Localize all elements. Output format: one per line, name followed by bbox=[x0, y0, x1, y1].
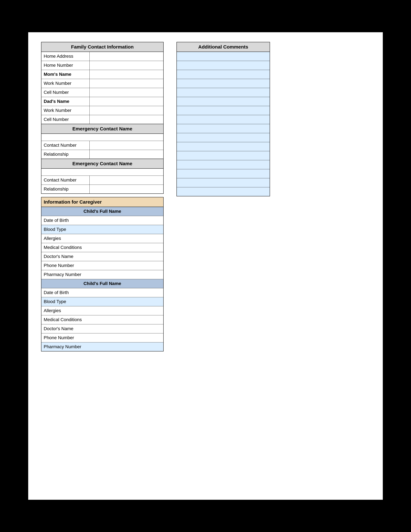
comment-row-6[interactable] bbox=[177, 97, 270, 106]
comment-row-16[interactable] bbox=[177, 187, 270, 196]
comment-row-14[interactable] bbox=[177, 169, 270, 178]
relationship-label-2: Relationship bbox=[41, 185, 90, 194]
child2-name-label: Child's Full Name bbox=[41, 279, 163, 288]
table-row: Allergies bbox=[41, 306, 163, 315]
comment-row-15[interactable] bbox=[177, 178, 270, 187]
caregiver-table: Information for Caregiver Child's Full N… bbox=[41, 197, 164, 352]
moms-name-label: Mom's Name bbox=[41, 70, 90, 79]
child1-name-label: Child's Full Name bbox=[41, 207, 163, 216]
family-contact-header: Family Contact Information bbox=[41, 42, 163, 52]
comments-title: Additional Comments bbox=[177, 42, 270, 52]
cell-number-label-2: Cell Number bbox=[41, 115, 90, 124]
comment-row-9[interactable] bbox=[177, 124, 270, 133]
dads-name-label: Dad's Name bbox=[41, 97, 90, 106]
comment-row-2[interactable] bbox=[177, 61, 270, 70]
table-row: Phone Number bbox=[41, 261, 163, 270]
comments-table: Additional Comments bbox=[177, 42, 270, 196]
child1-blood-label: Blood Type bbox=[41, 225, 163, 234]
child2-medical-label: Medical Conditions bbox=[41, 315, 163, 324]
table-row: Allergies bbox=[41, 234, 163, 243]
work-number-label-2: Work Number bbox=[41, 106, 90, 115]
emergency-contact-2-header: Emergency Contact Name bbox=[41, 159, 163, 169]
home-address-label: Home Address bbox=[41, 52, 90, 61]
left-column: Family Contact Information Home Address … bbox=[41, 42, 164, 352]
emergency-contact-2-name-row[interactable] bbox=[41, 169, 163, 176]
table-row: Cell Number bbox=[41, 88, 163, 97]
contact-number-value-2[interactable] bbox=[90, 176, 163, 185]
child2-allergies-label: Allergies bbox=[41, 306, 163, 315]
comment-row-1[interactable] bbox=[177, 52, 270, 61]
emergency-contact-1-title: Emergency Contact Name bbox=[41, 124, 163, 134]
comments-header: Additional Comments bbox=[177, 42, 270, 52]
child1-doctor-label: Doctor's Name bbox=[41, 252, 163, 261]
relationship-label-1: Relationship bbox=[41, 150, 90, 159]
child1-allergies-label: Allergies bbox=[41, 234, 163, 243]
table-row: Work Number bbox=[41, 106, 163, 115]
table-row: Work Number bbox=[41, 79, 163, 88]
page: Family Contact Information Home Address … bbox=[28, 32, 383, 500]
home-number-label: Home Number bbox=[41, 61, 90, 70]
table-row: Pharmacy Number bbox=[41, 270, 163, 279]
emergency-contact-2-title: Emergency Contact Name bbox=[41, 159, 163, 169]
emergency-contact-1-header: Emergency Contact Name bbox=[41, 124, 163, 134]
table-row: Doctor's Name bbox=[41, 252, 163, 261]
child2-blood-label: Blood Type bbox=[41, 297, 163, 306]
contact-number-value-1[interactable] bbox=[90, 141, 163, 150]
home-address-value[interactable] bbox=[90, 52, 163, 61]
family-contact-title: Family Contact Information bbox=[41, 42, 163, 52]
moms-name-value[interactable] bbox=[90, 70, 163, 79]
child1-pharmacy-label: Pharmacy Number bbox=[41, 270, 163, 279]
table-row: Pharmacy Number bbox=[41, 342, 163, 351]
table-row: Mom's Name bbox=[41, 70, 163, 79]
comment-row-3[interactable] bbox=[177, 70, 270, 79]
relationship-value-2[interactable] bbox=[90, 185, 163, 194]
cell-number-value-2[interactable] bbox=[90, 115, 163, 124]
relationship-value-1[interactable] bbox=[90, 150, 163, 159]
table-row: Blood Type bbox=[41, 225, 163, 234]
table-row: Medical Conditions bbox=[41, 315, 163, 324]
child2-doctor-label: Doctor's Name bbox=[41, 324, 163, 333]
cell-number-value-1[interactable] bbox=[90, 88, 163, 97]
child1-medical-label: Medical Conditions bbox=[41, 243, 163, 252]
table-row: Relationship bbox=[41, 185, 163, 194]
contact-number-label-2: Contact Number bbox=[41, 176, 90, 185]
cell-number-label-1: Cell Number bbox=[41, 88, 90, 97]
table-row: Phone Number bbox=[41, 333, 163, 342]
home-number-value[interactable] bbox=[90, 61, 163, 70]
comment-row-7[interactable] bbox=[177, 106, 270, 115]
right-column: Additional Comments bbox=[177, 42, 270, 196]
comment-row-11[interactable] bbox=[177, 142, 270, 151]
family-contact-table: Family Contact Information Home Address … bbox=[41, 42, 164, 194]
comment-row-4[interactable] bbox=[177, 79, 270, 88]
table-row: Date of Birth bbox=[41, 288, 163, 297]
emergency-contact-1-name-row[interactable] bbox=[41, 134, 163, 141]
contact-number-label-1: Contact Number bbox=[41, 141, 90, 150]
caregiver-title: Information for Caregiver bbox=[41, 197, 163, 207]
child2-pharmacy-label: Pharmacy Number bbox=[41, 342, 163, 351]
caregiver-header: Information for Caregiver bbox=[41, 197, 163, 207]
work-number-value-1[interactable] bbox=[90, 79, 163, 88]
table-row: Contact Number bbox=[41, 176, 163, 185]
child2-phone-label: Phone Number bbox=[41, 333, 163, 342]
child2-dob-label: Date of Birth bbox=[41, 288, 163, 297]
table-row: Relationship bbox=[41, 150, 163, 159]
work-number-label-1: Work Number bbox=[41, 79, 90, 88]
table-row: Home Address bbox=[41, 52, 163, 61]
comment-row-8[interactable] bbox=[177, 115, 270, 124]
comment-row-13[interactable] bbox=[177, 160, 270, 169]
child1-phone-label: Phone Number bbox=[41, 261, 163, 270]
work-number-value-2[interactable] bbox=[90, 106, 163, 115]
table-row: Contact Number bbox=[41, 141, 163, 150]
child1-dob-label: Date of Birth bbox=[41, 216, 163, 225]
table-row: Medical Conditions bbox=[41, 243, 163, 252]
dads-name-value[interactable] bbox=[90, 97, 163, 106]
child1-name-row[interactable]: Child's Full Name bbox=[41, 207, 163, 216]
child2-name-row[interactable]: Child's Full Name bbox=[41, 279, 163, 288]
table-row: Date of Birth bbox=[41, 216, 163, 225]
table-row: Doctor's Name bbox=[41, 324, 163, 333]
table-row: Dad's Name bbox=[41, 97, 163, 106]
comment-row-5[interactable] bbox=[177, 88, 270, 97]
comment-row-12[interactable] bbox=[177, 151, 270, 160]
table-row: Blood Type bbox=[41, 297, 163, 306]
comment-row-10[interactable] bbox=[177, 133, 270, 142]
